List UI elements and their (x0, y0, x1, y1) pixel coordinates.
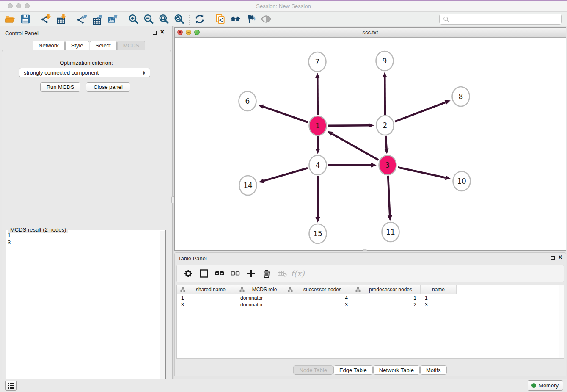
svg-text:11: 11 (386, 228, 395, 236)
edge-4-14[interactable] (264, 168, 308, 181)
save-session-icon[interactable] (18, 13, 33, 25)
search-input[interactable] (449, 15, 561, 23)
table-cell[interactable]: dominator (236, 295, 284, 301)
column-header-successor-nodes[interactable]: successor nodes (284, 285, 352, 294)
optimization-criterion-label: Optimization criterion: (2, 60, 171, 66)
export-table-icon[interactable] (90, 13, 105, 25)
column-header-shared-name[interactable]: shared name (177, 285, 236, 294)
tab-network-table[interactable]: Network Table (373, 365, 420, 375)
import-table-icon[interactable] (54, 13, 69, 25)
tab-style[interactable]: Style (65, 41, 89, 50)
column-header-predecessor-nodes[interactable]: predecessor nodes (352, 285, 421, 294)
edge-1-6[interactable] (263, 107, 308, 122)
graph-node-7[interactable]: 7 (309, 52, 326, 72)
table-cell[interactable]: 1 (177, 295, 236, 301)
graph-node-9[interactable]: 9 (376, 51, 394, 71)
column-layout-icon[interactable] (196, 267, 212, 280)
result-scrollbar[interactable] (160, 231, 165, 391)
add-icon[interactable] (243, 267, 259, 280)
mcds-result-title: MCDS result (2 nodes) (8, 226, 68, 233)
table-row[interactable]: 1dominator411 (177, 295, 457, 301)
graph-node-11[interactable]: 11 (382, 222, 399, 242)
edge-3-10[interactable] (398, 167, 445, 177)
task-history-button[interactable] (5, 381, 17, 391)
toggle-details-icon[interactable] (243, 13, 259, 25)
memory-button[interactable]: Memory (528, 380, 563, 391)
mcds-result-text[interactable]: 1 3 (8, 232, 11, 246)
table-cell[interactable]: 1 (421, 295, 457, 301)
edge-arrow-4-3 (371, 163, 377, 168)
table-header-row: shared nameMCDS rolesuccessor nodesprede… (177, 285, 457, 294)
edge-arrow-4-15 (316, 217, 320, 223)
tab-motifs[interactable]: Motifs (420, 365, 447, 375)
graph-node-2[interactable]: 2 (377, 116, 394, 135)
svg-text:15: 15 (313, 229, 322, 238)
zoom-selected-icon[interactable] (171, 13, 187, 25)
table-scrollbar[interactable] (559, 285, 564, 358)
delete-icon[interactable] (259, 267, 274, 280)
zoom-fit-icon[interactable] (156, 13, 171, 25)
edge-2-8[interactable] (395, 102, 445, 121)
export-image-icon[interactable] (105, 13, 120, 25)
table-cell[interactable]: dominator (236, 301, 284, 308)
zoom-in-icon[interactable] (126, 13, 141, 25)
table-cell[interactable]: 3 (284, 301, 352, 308)
column-header-name[interactable]: name (421, 285, 457, 294)
table-float-panel-icon[interactable] (551, 256, 555, 260)
graph-node-4[interactable]: 4 (309, 155, 327, 175)
table-cell[interactable]: 4 (284, 295, 352, 301)
share-network-icon[interactable] (213, 13, 228, 25)
window-titlebar: Session: New Session (0, 0, 567, 12)
network-window-titlebar[interactable]: ✕ − + scc.txt (175, 28, 566, 38)
network-view-window: ✕ − + scc.txt 7968124314101511 (174, 27, 566, 251)
tab-network[interactable]: Network (33, 41, 65, 50)
table-cell[interactable]: 3 (421, 301, 457, 308)
stepper-icon: ▲▼ (142, 71, 146, 75)
graph-node-14[interactable]: 14 (239, 176, 257, 195)
tab-edge-table[interactable]: Edge Table (333, 365, 373, 375)
import-network-icon[interactable] (39, 13, 54, 25)
table-row[interactable]: 3dominator323 (177, 301, 457, 308)
close-panel-icon[interactable]: ✕ (160, 29, 165, 35)
export-network-icon[interactable] (74, 13, 90, 25)
table-cell[interactable]: 1 (352, 295, 421, 301)
zoom-out-icon[interactable] (141, 13, 156, 25)
edge-3-11[interactable] (388, 176, 390, 215)
tab-node-table[interactable]: Node Table (293, 365, 333, 375)
select-all-icon[interactable] (212, 267, 227, 280)
graph-node-10[interactable]: 10 (453, 171, 471, 191)
graph-node-8[interactable]: 8 (452, 87, 470, 106)
column-header-MCDS-role[interactable]: MCDS role (236, 285, 284, 294)
settings-icon[interactable] (180, 267, 196, 280)
tab-select[interactable]: Select (90, 41, 117, 50)
graph-node-3[interactable]: 3 (379, 155, 396, 175)
table-close-panel-icon[interactable]: ✕ (558, 254, 563, 260)
edge-2-9[interactable] (385, 77, 385, 115)
network-resize-grip[interactable] (363, 249, 367, 251)
edge-1-2[interactable] (328, 125, 369, 126)
table-cell[interactable]: 3 (177, 301, 236, 308)
edge-arrow-3-11 (388, 215, 392, 221)
show-hide-icon[interactable] (259, 13, 274, 25)
graph-node-6[interactable]: 6 (239, 91, 256, 111)
deselect-all-icon[interactable] (227, 267, 243, 280)
svg-text:7: 7 (315, 58, 320, 66)
criterion-dropdown[interactable]: strongly connected component ▲▼ (19, 68, 150, 77)
tab-mcds[interactable]: MCDS (117, 41, 145, 50)
network-canvas[interactable]: 7968124314101511 (175, 38, 566, 250)
edge-2-3[interactable] (386, 136, 387, 149)
graph-node-15[interactable]: 15 (309, 224, 327, 243)
open-session-icon[interactable] (3, 13, 18, 25)
search-field[interactable] (439, 14, 562, 25)
close-panel-button[interactable]: Close panel (86, 82, 130, 92)
run-mcds-button[interactable]: Run MCDS (40, 82, 80, 92)
edge-3-1[interactable] (332, 134, 378, 160)
refresh-icon[interactable] (192, 13, 207, 25)
edge-1-7[interactable] (317, 78, 318, 115)
node-table[interactable]: shared nameMCDS rolesuccessor nodesprede… (176, 285, 564, 359)
graph-node-1[interactable]: 1 (309, 116, 327, 135)
float-panel-icon[interactable] (153, 31, 157, 35)
table-cell[interactable]: 2 (352, 301, 421, 308)
network-graph[interactable]: 7968124314101511 (175, 38, 566, 250)
ndex-home-icon[interactable] (228, 13, 243, 25)
